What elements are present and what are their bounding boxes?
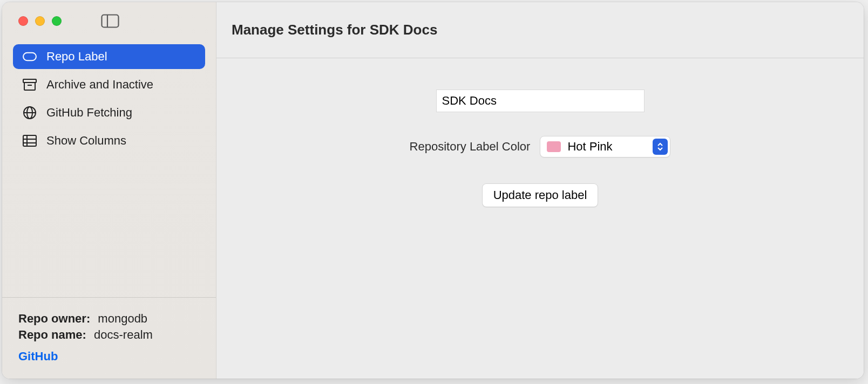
- color-row: Repository Label Color Hot Pink: [410, 136, 671, 157]
- page-title: Manage Settings for SDK Docs: [232, 22, 437, 38]
- repo-name-label: Repo name:: [18, 328, 86, 341]
- update-repo-label-button[interactable]: Update repo label: [482, 183, 599, 207]
- sidebar-nav: Repo Label Archive and Inactive GitHub F…: [2, 40, 216, 161]
- sidebar-footer: Repo owner: mongodb Repo name: docs-real…: [2, 297, 216, 379]
- sidebar-item-label: Show Columns: [46, 134, 126, 148]
- close-window-button[interactable]: [18, 16, 28, 26]
- sidebar-item-show-columns[interactable]: Show Columns: [13, 128, 205, 153]
- chevron-up-down-icon: [653, 139, 668, 155]
- toggle-sidebar-button[interactable]: [100, 13, 120, 29]
- archive-box-icon: [23, 78, 37, 92]
- globe-icon: [23, 106, 37, 120]
- main-pane: Manage Settings for SDK Docs Repository …: [216, 2, 864, 379]
- list-columns-icon: [23, 134, 37, 148]
- window: Repo Label Archive and Inactive GitHub F…: [2, 2, 864, 379]
- repo-owner-row: Repo owner: mongodb: [18, 312, 200, 326]
- zoom-window-button[interactable]: [52, 16, 62, 26]
- svg-rect-4: [24, 83, 35, 90]
- color-select[interactable]: Hot Pink: [540, 136, 670, 157]
- color-swatch: [547, 141, 561, 152]
- titlebar-right: Manage Settings for SDK Docs: [216, 2, 864, 58]
- sidebar-item-repo-label[interactable]: Repo Label: [13, 44, 205, 69]
- minimize-window-button[interactable]: [35, 16, 45, 26]
- repo-owner-label: Repo owner:: [18, 312, 90, 325]
- sidebar: Repo Label Archive and Inactive GitHub F…: [2, 2, 216, 379]
- titlebar-left: [2, 2, 216, 40]
- svg-rect-2: [23, 53, 36, 60]
- github-link[interactable]: GitHub: [18, 349, 200, 364]
- sidebar-item-label: Archive and Inactive: [46, 78, 153, 92]
- sidebar-item-github-fetching[interactable]: GitHub Fetching: [13, 100, 205, 125]
- pill-icon: [23, 50, 37, 64]
- traffic-lights: [18, 16, 62, 26]
- sidebar-item-archive-inactive[interactable]: Archive and Inactive: [13, 72, 205, 97]
- svg-rect-0: [102, 15, 119, 28]
- sidebar-item-label: Repo Label: [46, 50, 107, 64]
- sidebar-spacer: [2, 161, 216, 297]
- color-label: Repository Label Color: [410, 140, 531, 154]
- repo-owner-value: mongodb: [98, 312, 147, 325]
- repo-name-value: docs-realm: [94, 328, 153, 341]
- color-select-value: Hot Pink: [567, 140, 612, 154]
- svg-rect-9: [23, 135, 36, 146]
- sidebar-toggle-icon: [101, 14, 119, 28]
- sidebar-item-label: GitHub Fetching: [46, 106, 132, 120]
- repo-label-input[interactable]: [436, 90, 645, 112]
- content-area: Repository Label Color Hot Pink Update r…: [216, 58, 864, 379]
- repo-name-row: Repo name: docs-realm: [18, 328, 200, 342]
